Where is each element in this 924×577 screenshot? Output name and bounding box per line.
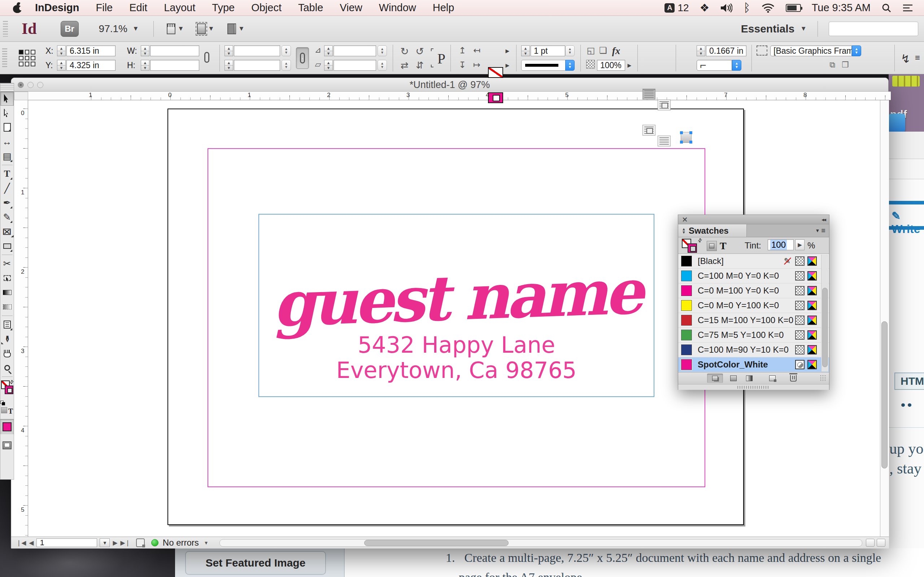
dropbox-icon[interactable]: ❖ — [700, 2, 709, 14]
address-text-frame[interactable]: guest name 5432 Happy Lane Everytown, Ca… — [258, 214, 654, 397]
line-tool[interactable]: ╱ — [0, 181, 14, 195]
swatch-row[interactable]: C=100 M=0 Y=0 K=0 — [678, 269, 829, 284]
drag-handle[interactable] — [2, 48, 7, 68]
swatches-tab[interactable]: ▲▼ Swatches — [678, 224, 747, 237]
write-button[interactable]: ✎ Write — [892, 209, 924, 236]
fill-color-swatch[interactable] — [488, 67, 503, 78]
corner-radius-stepper[interactable]: ▲▼ — [696, 45, 705, 56]
wifi-icon[interactable] — [761, 3, 775, 13]
swatch-row-selected[interactable]: SpotColor_White — [678, 357, 829, 372]
formatting-affects-container-icon[interactable] — [707, 241, 717, 251]
apply-color-button[interactable] — [0, 419, 14, 434]
effects-icon[interactable]: fx — [610, 45, 622, 56]
opacity-field[interactable]: 100% — [597, 60, 625, 71]
scale-y-field[interactable] — [234, 60, 280, 71]
menu-object[interactable]: Object — [243, 0, 290, 16]
resize-grip[interactable] — [820, 375, 827, 382]
guest-name-text[interactable]: guest name — [271, 260, 641, 335]
stroke-flyout-arrow[interactable]: ▶ — [504, 60, 511, 71]
corner-shape-dropdown[interactable]: ⌐ — [696, 60, 732, 71]
previous-page-icon[interactable]: ◀ — [29, 539, 34, 547]
swatch-row[interactable]: C=0 M=100 Y=0 K=0 — [678, 284, 829, 298]
creative-cloud-icon[interactable]: A — [664, 3, 675, 13]
menu-view[interactable]: View — [331, 0, 370, 16]
gap-tool[interactable]: ↔ — [0, 134, 14, 149]
ruler-origin-box[interactable] — [14, 92, 28, 100]
quick-apply-icon[interactable]: ↯ — [900, 52, 912, 66]
select-previous-icon[interactable]: ↤ — [470, 45, 484, 56]
swatch-row[interactable]: C=0 M=0 Y=100 K=0 — [678, 298, 829, 313]
constrain-proportions-icon[interactable] — [204, 52, 209, 63]
panel-menu-icon[interactable]: ≡ — [913, 53, 922, 63]
swatch-row[interactable]: C=100 M=90 Y=10 K=0 — [678, 343, 829, 357]
panel-menu-icon[interactable]: ▼≡ — [815, 224, 825, 237]
document-page[interactable]: guest name 5432 Happy Lane Everytown, Ca… — [168, 108, 744, 525]
menu-type[interactable]: Type — [204, 0, 243, 16]
fill-stroke-proxy[interactable]: ⇄ — [682, 239, 702, 253]
clear-overrides-icon[interactable]: ⧉ — [827, 60, 838, 70]
w-field[interactable] — [150, 45, 199, 56]
horizontal-ruler[interactable]: 1 0 1 2 3 4 5 6 7 8 — [28, 92, 891, 100]
select-next-icon[interactable]: ↦ — [470, 60, 484, 70]
menu-layout[interactable]: Layout — [155, 0, 204, 16]
drop-shadow-icon[interactable]: ❏ — [598, 45, 609, 56]
pen-tool[interactable]: ✒ — [0, 195, 14, 210]
object-style-dropdown[interactable]: [Basic Graphics Frame]+ — [770, 45, 852, 56]
collapse-panel-icon[interactable]: ◂◂ — [822, 216, 825, 223]
page-left-icon[interactable] — [866, 539, 874, 547]
view-options-button[interactable]: ▼ — [167, 22, 184, 36]
stroke-weight-chevron[interactable]: ▲▼ — [565, 45, 575, 56]
frame-fitting-icon[interactable] — [681, 132, 691, 143]
menu-help[interactable]: Help — [425, 0, 463, 16]
page-right-icon[interactable] — [877, 539, 885, 547]
stroke-color-icon[interactable] — [688, 243, 697, 253]
close-icon[interactable]: ✕ — [682, 215, 688, 224]
vertical-ruler[interactable]: 0 1 2 3 4 5 — [20, 100, 28, 537]
stroke-type-dropdown[interactable] — [521, 60, 566, 71]
bridge-button[interactable]: Br — [61, 21, 79, 37]
scissors-tool[interactable]: ✂ — [0, 256, 14, 271]
swap-fill-stroke-icon[interactable]: ⇄ — [696, 237, 703, 244]
page-number-field[interactable]: 1 — [36, 538, 97, 547]
bluetooth-icon[interactable]: ᛒ — [743, 1, 750, 15]
reference-point-proxy[interactable] — [19, 50, 36, 66]
swatch-row[interactable]: C=75 M=5 Y=100 K=0 — [678, 328, 829, 343]
corner-radius-field[interactable]: 0.1667 in — [706, 45, 746, 56]
scale-y-stepper[interactable]: ▲▼ — [225, 60, 233, 71]
content-collector-tool[interactable]: ▤ — [0, 149, 14, 163]
pencil-tool[interactable]: ✎ — [0, 210, 14, 224]
swatch-row[interactable]: [Black] ✎ — [678, 254, 829, 269]
menu-clock[interactable]: Tue 9:35 AM — [812, 2, 871, 14]
fill-stroke-proxy[interactable]: ⇄ — [0, 380, 14, 401]
scale-x-stepper[interactable]: ▲▼ — [225, 45, 233, 56]
first-page-icon[interactable]: ❘◀ — [16, 539, 26, 547]
y-field[interactable]: 4.325 in — [66, 60, 115, 71]
h-field[interactable] — [150, 60, 199, 71]
w-stepper[interactable]: ▲▼ — [141, 45, 149, 56]
zoom-tool[interactable] — [0, 361, 14, 375]
vertical-scrollbar-thumb[interactable] — [881, 321, 888, 469]
address-line-2[interactable]: Everytown, Ca 98765 — [336, 358, 577, 383]
formatting-affects-container-icon[interactable] — [1, 407, 7, 413]
object-style-chevron[interactable]: ▲▼ — [852, 45, 861, 56]
h-stepper[interactable]: ▲▼ — [141, 60, 149, 71]
screen-mode-button[interactable] — [0, 438, 14, 453]
scale-x-chevron[interactable]: ▲▼ — [281, 45, 291, 56]
wrap-object-shape-button[interactable] — [643, 125, 656, 135]
formatting-affects-text-icon[interactable]: T — [720, 240, 727, 252]
menu-window[interactable]: Window — [371, 0, 425, 16]
hand-tool[interactable] — [0, 346, 14, 361]
new-swatch-button[interactable] — [769, 376, 775, 381]
corner-options-icon[interactable]: ◱ — [585, 45, 596, 56]
tint-flyout-arrow[interactable]: ▶ — [795, 239, 804, 250]
direct-selection-tool[interactable] — [0, 106, 14, 120]
swatch-row[interactable]: C=15 M=100 Y=100 K=0 — [678, 313, 829, 328]
flip-horizontal-icon[interactable]: ⇄ — [398, 60, 412, 71]
select-container-icon[interactable]: ↥ — [456, 45, 469, 56]
shear-stepper[interactable]: ▲▼ — [324, 60, 333, 71]
search-input[interactable] — [829, 22, 918, 36]
no-text-wrap-button[interactable] — [643, 89, 656, 100]
gradient-swatch-tool[interactable] — [0, 285, 14, 300]
show-gradient-swatches-button[interactable] — [744, 374, 755, 383]
workspace-switcher[interactable]: Essentials ▼ — [741, 23, 807, 35]
